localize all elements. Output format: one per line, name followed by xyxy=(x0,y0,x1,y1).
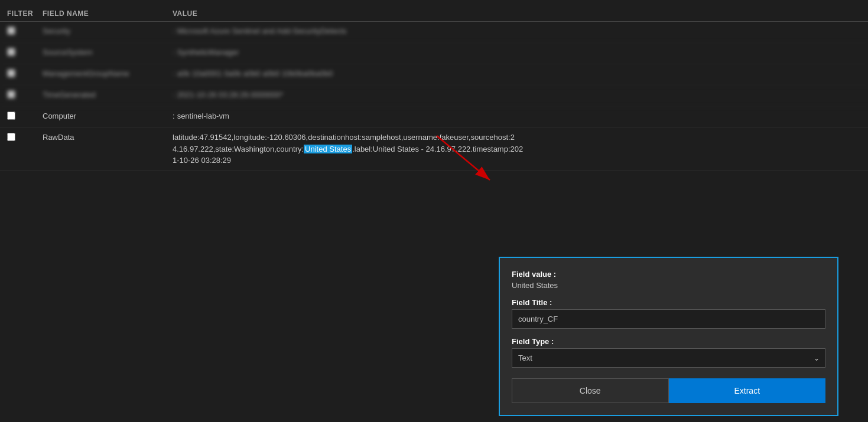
row-checkbox[interactable] xyxy=(7,89,43,99)
field-type-section: Field Type : Text Number Boolean Date ⌄ xyxy=(512,337,825,368)
field-value-label: Field value : xyxy=(512,270,825,279)
field-value-text: United States xyxy=(512,281,825,290)
table-row: SourceSystem :SyntheticManager xyxy=(0,43,868,64)
table-row: ManagementGroupName :a0b 10a0001 0a0b a0… xyxy=(0,64,868,86)
field-value-section: Field value : United States xyxy=(512,270,825,290)
filter-checkbox[interactable] xyxy=(7,90,15,99)
dialog-buttons: Close Extract xyxy=(512,378,825,403)
highlighted-value: United States xyxy=(304,145,352,153)
row-checkbox[interactable] xyxy=(7,25,43,35)
field-title-section: Field Title : xyxy=(512,298,825,329)
table-row: TimeGenerated :2021-10-26 03:28:29.00000… xyxy=(0,86,868,107)
field-title-label: Field Title : xyxy=(512,298,825,307)
row-value: :SyntheticManager xyxy=(173,47,861,58)
filter-checkbox[interactable] xyxy=(7,69,15,77)
row-value: :a0b 10a0001 0a0b a0b0 a0b0 10b0ba0ba0b0 xyxy=(173,68,861,80)
table-row: Computer :sentinel-lab-vm xyxy=(0,107,868,128)
extract-field-dialog: Field value : United States Field Title … xyxy=(499,257,838,416)
row-checkbox[interactable] xyxy=(7,47,43,56)
header-value: VALUE xyxy=(173,9,861,18)
row-field: ManagementGroupName xyxy=(43,68,173,80)
field-title-input[interactable] xyxy=(512,309,825,329)
filter-checkbox[interactable] xyxy=(7,112,15,120)
row-field: Security xyxy=(43,25,173,37)
row-field-rawdata: RawData xyxy=(43,132,173,143)
row-checkbox[interactable] xyxy=(7,110,43,120)
close-button[interactable]: Close xyxy=(512,378,669,403)
table-header: FILTER FIELD NAME VALUE xyxy=(0,6,868,22)
field-type-select-wrapper: Text Number Boolean Date ⌄ xyxy=(512,348,825,368)
row-checkbox[interactable] xyxy=(7,132,43,141)
row-field: SourceSystem xyxy=(43,47,173,58)
header-field: FIELD NAME xyxy=(43,9,173,18)
field-type-label: Field Type : xyxy=(512,337,825,346)
main-table: FILTER FIELD NAME VALUE Security :Micros… xyxy=(0,0,868,176)
table-row-rawdata: RawData latitude:47.91542,longitude:-120… xyxy=(0,128,868,171)
filter-checkbox[interactable] xyxy=(7,27,15,35)
row-value-computer: :sentinel-lab-vm xyxy=(173,110,861,122)
row-value: :Microsoft Azure Sentinel and Add-Securi… xyxy=(173,25,861,37)
row-value: :2021-10-26 03:28:29.0000000* xyxy=(173,89,861,101)
row-field-computer: Computer xyxy=(43,110,173,122)
row-value-rawdata: latitude:47.91542,longitude:-120.60306,d… xyxy=(173,132,861,166)
extract-button[interactable]: Extract xyxy=(669,378,826,403)
filter-checkbox[interactable] xyxy=(7,48,15,56)
field-type-select[interactable]: Text Number Boolean Date xyxy=(512,348,825,368)
table-row: Security :Microsoft Azure Sentinel and A… xyxy=(0,22,868,43)
row-field: TimeGenerated xyxy=(43,89,173,101)
row-checkbox[interactable] xyxy=(7,68,43,77)
header-filter: FILTER xyxy=(7,9,43,18)
filter-checkbox[interactable] xyxy=(7,133,15,141)
